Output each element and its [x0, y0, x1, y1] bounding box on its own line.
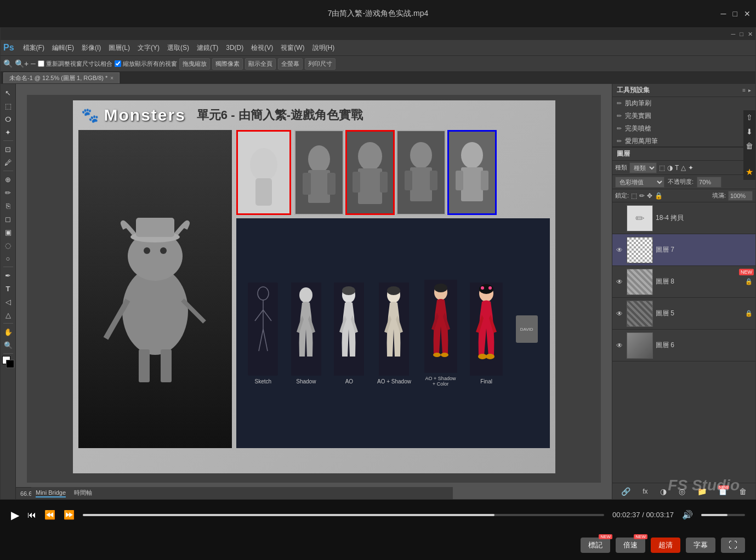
- ps-close[interactable]: ✕: [748, 31, 753, 38]
- preset-item-1[interactable]: ✏完美實圓: [612, 110, 755, 122]
- full-screen-btn[interactable]: 全螢幕: [278, 58, 303, 70]
- menu-file[interactable]: 檔案(F): [20, 42, 48, 54]
- layer-eye-layer-8[interactable]: 👁: [615, 278, 624, 286]
- zoom-in-icon[interactable]: 🔍+: [15, 59, 29, 68]
- dodge-tool[interactable]: ○: [2, 252, 14, 264]
- menu-edit[interactable]: 編輯(E): [49, 42, 77, 54]
- layer-item-layer-5[interactable]: 👁 圖層 5 🔒: [612, 298, 755, 330]
- menu-select[interactable]: 選取(S): [164, 42, 192, 54]
- menu-3d[interactable]: 3D(D): [223, 42, 247, 53]
- close-btn[interactable]: ✕: [744, 9, 751, 18]
- preset-item-2[interactable]: ✏完美噴槍: [612, 122, 755, 135]
- tool-presets-expand[interactable]: ≡: [742, 87, 746, 93]
- crop-tool[interactable]: ⊡: [2, 143, 14, 155]
- layer-item-layer-18-4[interactable]: ✏ 18-4 拷貝: [612, 202, 755, 234]
- lock-move-btn[interactable]: ✥: [647, 192, 652, 200]
- preset-item-0[interactable]: ✏肌肉筆刷: [612, 97, 755, 110]
- background-color[interactable]: [6, 360, 14, 368]
- star-icon[interactable]: ★: [746, 167, 753, 177]
- brush-tool[interactable]: ✏: [2, 186, 14, 199]
- ps-maximize[interactable]: □: [740, 31, 743, 37]
- volume-icon[interactable]: 🔊: [682, 510, 693, 520]
- pen-tool[interactable]: ✒: [2, 269, 14, 281]
- gradient-tool[interactable]: ▣: [2, 226, 14, 238]
- add-mask-btn[interactable]: ◑: [660, 487, 667, 496]
- lock-transparency-btn[interactable]: ⬚: [631, 192, 637, 200]
- menu-help[interactable]: 說明(H): [309, 42, 338, 54]
- lock-paint-btn[interactable]: ✏: [639, 192, 645, 200]
- menu-text[interactable]: 文字(Y): [134, 42, 163, 54]
- blur-tool[interactable]: ◌: [2, 239, 14, 251]
- actual-pixels-btn[interactable]: 獨際像素: [212, 58, 243, 70]
- zoom-all-windows-label[interactable]: 縮放顯示所有的視窗: [115, 60, 177, 68]
- resize-window-label[interactable]: 重新調整視窗尺寸以相合: [38, 60, 112, 68]
- zoom-tool[interactable]: 🔍: [2, 339, 14, 351]
- speed-btn[interactable]: 倍速 NEW: [616, 538, 645, 553]
- layer-eye-layer-7[interactable]: 👁: [615, 246, 624, 254]
- delete-layer-btn[interactable]: 🗑: [739, 487, 747, 496]
- layer-eye-layer-6[interactable]: 👁: [615, 341, 624, 350]
- eyedropper-tool[interactable]: 🖉: [2, 156, 14, 168]
- blend-mode-select[interactable]: 色彩增值: [615, 177, 664, 188]
- minimize-btn[interactable]: ─: [721, 9, 726, 18]
- progress-bar[interactable]: [83, 514, 604, 516]
- layer-item-layer-8[interactable]: 👁 圖層 8 🔒 NEW: [612, 266, 755, 298]
- ps-canvas[interactable]: 🐾 Monsters 單元6 - 由簡入繁-遊戲角色實戰: [73, 100, 555, 473]
- marquee-tool[interactable]: ⬚: [2, 100, 14, 112]
- eraser-tool[interactable]: ◻: [2, 213, 14, 225]
- menu-layer[interactable]: 圖層(L): [105, 42, 133, 54]
- fx-btn[interactable]: fx: [643, 488, 647, 495]
- layer-pixel-filter[interactable]: ⬚: [659, 164, 665, 172]
- play-btn[interactable]: ▶: [11, 508, 19, 522]
- foreground-background-colors[interactable]: [2, 356, 14, 368]
- fit-page-btn[interactable]: 顯示全頁: [245, 58, 276, 70]
- ps-minimize[interactable]: ─: [731, 31, 736, 37]
- hd-btn[interactable]: 超清: [651, 538, 680, 553]
- layer-eye-layer-5[interactable]: 👁: [615, 309, 624, 318]
- opacity-input[interactable]: [697, 177, 721, 188]
- wand-tool[interactable]: ✦: [2, 126, 14, 138]
- mark-btn[interactable]: 標記 NEW: [581, 538, 610, 553]
- caption-btn[interactable]: 字幕: [686, 538, 715, 553]
- download-icon[interactable]: ⬇: [746, 127, 753, 136]
- type-tool[interactable]: T: [2, 282, 14, 295]
- ps-document-tab[interactable]: 未命名-1 @ 12.5% (圖層 1, RGB/8) * ×: [3, 72, 120, 83]
- hand-tool[interactable]: ✋: [2, 326, 14, 338]
- clone-tool[interactable]: ⎘: [2, 200, 14, 212]
- menu-window[interactable]: 視窗(W): [277, 42, 308, 54]
- move-tool[interactable]: ↖: [2, 87, 14, 99]
- path-tool[interactable]: ◁: [2, 296, 14, 308]
- print-size-btn[interactable]: 列印尺寸: [305, 58, 336, 70]
- menu-filter[interactable]: 濾鏡(T): [194, 42, 221, 54]
- maximize-btn[interactable]: □: [733, 9, 737, 18]
- skip-forward-btn[interactable]: ⏩: [64, 510, 75, 520]
- menu-view[interactable]: 檢視(V): [248, 42, 276, 54]
- tab-timeline[interactable]: 時間軸: [74, 489, 92, 497]
- fullscreen-btn[interactable]: ⛶: [721, 538, 745, 553]
- layer-type-filter[interactable]: T: [675, 164, 679, 172]
- zoom-all-windows-checkbox[interactable]: [115, 60, 121, 67]
- healing-tool[interactable]: ⊕: [2, 173, 14, 185]
- link-layers-btn[interactable]: 🔗: [621, 487, 630, 496]
- layer-adjust-filter[interactable]: ◑: [667, 164, 673, 172]
- preset-item-3[interactable]: ✏愛用萬用筆: [612, 135, 755, 146]
- layer-eye-layer-18-4[interactable]: [615, 214, 624, 223]
- lock-all-btn[interactable]: 🔒: [655, 192, 663, 200]
- layer-smart-filter[interactable]: ✦: [688, 164, 694, 172]
- prev-frame-btn[interactable]: ⏮: [27, 510, 36, 520]
- lasso-tool[interactable]: ⵔ: [2, 113, 14, 125]
- tool-presets-options[interactable]: ▸: [748, 87, 751, 93]
- fill-input[interactable]: [728, 191, 753, 201]
- resize-window-checkbox[interactable]: [38, 60, 44, 67]
- layer-item-layer-7[interactable]: 👁 圖層 7: [612, 234, 755, 266]
- share-icon[interactable]: ⇧: [746, 113, 753, 122]
- shape-tool[interactable]: △: [2, 309, 14, 321]
- layers-kind-select[interactable]: 種類: [629, 162, 657, 173]
- layer-item-layer-6[interactable]: 👁 圖層 6: [612, 330, 755, 361]
- volume-bar[interactable]: [701, 514, 745, 516]
- skip-back-btn[interactable]: ⏪: [44, 510, 55, 520]
- close-tab-btn[interactable]: ×: [110, 75, 113, 81]
- zoom-out-icon[interactable]: ─: [31, 60, 36, 67]
- drag-zoom-btn[interactable]: 拖曳縮放: [179, 58, 210, 70]
- tab-mini-bridge[interactable]: Mini Bridge: [36, 489, 66, 497]
